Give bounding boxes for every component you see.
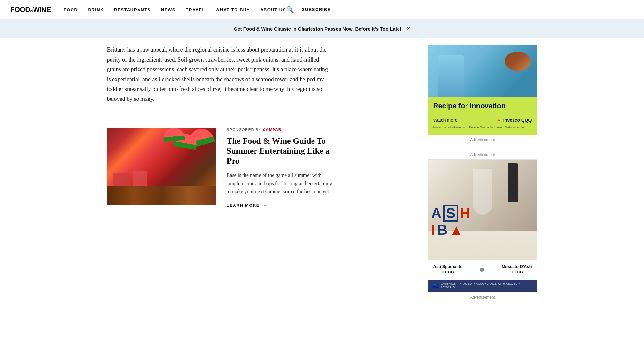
sponsored-card-image[interactable]: [107, 128, 216, 205]
ad2-label-bottom: Advertisement: [428, 295, 537, 300]
learn-more-arrow: →: [262, 203, 268, 208]
invesco-person: [438, 55, 464, 97]
invesco-disclaimer: Invesco is not affiliated with Kwame Onw…: [433, 125, 532, 129]
content-area: Brittany has a raw appeal, where the reg…: [107, 38, 409, 310]
nav-travel[interactable]: TRAVEL: [186, 7, 205, 12]
invesco-image: [428, 45, 537, 97]
ash-letter-a: A: [431, 206, 442, 220]
grilled-food: [107, 186, 216, 205]
sponsored-prefix: SPONSORED BY: [227, 128, 262, 132]
sponsored-card: SPONSORED BY CAMPARI The Food & Wine Gui…: [107, 128, 332, 218]
main-container: Brittany has a raw appeal, where the reg…: [97, 38, 548, 310]
search-button[interactable]: 🔍: [286, 6, 294, 14]
nav-restaurants[interactable]: RESTAURANTS: [114, 7, 151, 12]
invesco-watch-row: Watch more 🔺 Invesco QQQ: [433, 114, 532, 123]
invesco-brand-label: 🔺 Invesco QQQ: [496, 118, 532, 123]
banner-close-button[interactable]: ×: [407, 25, 410, 33]
ash-row-1: A S H: [431, 205, 534, 222]
asti-eu-icon: 🇪🇺: [432, 283, 438, 289]
nav-about-us[interactable]: ABOUT US: [260, 7, 286, 12]
header-right: 🔍 SUBSCRIBE: [286, 6, 331, 14]
invesco-bowl: [505, 52, 531, 71]
asti-image-area: A S H I B ▲: [428, 160, 537, 260]
sponsored-card-content: SPONSORED BY CAMPARI The Food & Wine Gui…: [227, 128, 332, 208]
learn-more-label: LEARN MORE: [227, 203, 260, 208]
learn-more-link[interactable]: LEARN MORE →: [227, 203, 268, 208]
ad2-label-top: Advertisement: [428, 152, 537, 157]
asti-moscato-label: Moscato D'AstiDOCG: [502, 264, 532, 275]
ash-letter-s: S: [443, 205, 458, 222]
ad-box-invesco: Recipe for Innovation Watch more 🔺 Inves…: [428, 45, 537, 142]
invesco-brand-text: Invesco QQQ: [503, 118, 532, 123]
nav-drink[interactable]: DRINK: [88, 7, 104, 12]
divider-2: [107, 229, 332, 229]
asti-spumante-label: Asti SpumanteDOCG: [433, 264, 463, 275]
sponsored-brand: CAMPARI: [263, 128, 283, 132]
ash-letter-v: ▲: [449, 223, 464, 237]
invesco-content-area: Recipe for Innovation Watch more 🔺 Inves…: [428, 97, 537, 135]
nav-news[interactable]: NEWS: [161, 7, 176, 12]
sponsored-title: The Food & Wine Guide To Summer Entertai…: [227, 136, 332, 166]
logo-ampersand: &: [30, 8, 33, 13]
asti-logos-row: Asti SpumanteDOCG Moscato D'AstiDOCG: [428, 260, 537, 280]
sidebar: Recipe for Innovation Watch more 🔺 Inves…: [428, 38, 537, 310]
ash-text-overlay: A S H I B ▲: [431, 205, 534, 237]
asti-bottom-bar: 🇪🇺 CAMPAIGN FINANCED IN ACCORDANCE WITH …: [428, 280, 537, 292]
divider: [107, 117, 332, 117]
nav-food[interactable]: FOOD: [64, 7, 78, 12]
nav-what-to-buy[interactable]: WHAT TO BUY: [216, 7, 250, 12]
invesco-ad[interactable]: Recipe for Innovation Watch more 🔺 Inves…: [428, 45, 537, 135]
asti-ad[interactable]: A S H I B ▲ Asti SpumanteDOCG: [428, 159, 537, 292]
sponsored-description: Ease is the name of the game all summer …: [227, 171, 332, 196]
watermelon-3: [163, 128, 185, 142]
invesco-watch-text: Watch more: [433, 118, 457, 123]
invesco-title: Recipe for Innovation: [433, 102, 532, 110]
site-header: FOOD&WINE FOOD DRINK RESTAURANTS NEWS TR…: [0, 0, 644, 19]
ash-row-2: I B ▲: [431, 223, 534, 237]
invesco-brand-icon: 🔺: [496, 118, 501, 123]
asti-separator-dot: [480, 268, 484, 272]
wine-bottle: [508, 163, 518, 202]
sponsored-label: SPONSORED BY CAMPARI: [227, 128, 332, 132]
asti-bottom-text: CAMPAIGN FINANCED IN ACCORDANCE WITH REG…: [441, 282, 533, 290]
ad1-label-bottom: Advertisement: [428, 138, 537, 142]
article-body-text: Brittany has a raw appeal, where the reg…: [107, 45, 332, 104]
ad-box-asti: Advertisement A S H I: [428, 152, 537, 300]
promo-banner: Get Food & Wine Classic in Charleston Pa…: [0, 19, 644, 38]
main-nav: FOOD DRINK RESTAURANTS NEWS TRAVEL WHAT …: [64, 7, 286, 13]
ash-letter-h: H: [460, 206, 470, 220]
asti-moscato-text: Moscato D'AstiDOCG: [502, 264, 532, 275]
site-logo[interactable]: FOOD&WINE: [10, 5, 51, 14]
ash-letter-b: B: [437, 223, 447, 237]
ash-letter-i: I: [431, 223, 435, 237]
asti-spumante-text: Asti SpumanteDOCG: [433, 264, 463, 275]
banner-link[interactable]: Get Food & Wine Classic in Charleston Pa…: [234, 26, 401, 32]
subscribe-button[interactable]: SUBSCRIBE: [302, 7, 331, 12]
